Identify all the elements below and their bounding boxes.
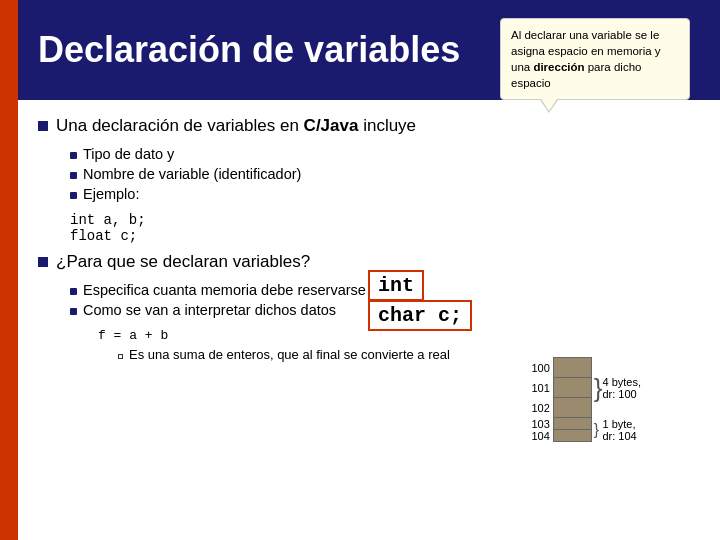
section1-heading: Una declaración de variables en C/Java i… [38, 116, 696, 136]
left-accent-bar [0, 0, 18, 540]
section1-bullet [38, 121, 48, 131]
section1-heading-bold: C/Java [304, 116, 359, 135]
list-item: Tipo de dato y [70, 146, 696, 162]
slide-title: Declaración de variables [38, 29, 460, 71]
section2-bullet [38, 257, 48, 267]
code-block: int a, b; float c; [70, 212, 146, 244]
section2-heading: ¿Para que se declaran variables? [38, 252, 696, 272]
sub-bullet-2 [70, 172, 77, 179]
item-text-1: Tipo de dato y [83, 146, 174, 162]
addr-104: 104 [531, 430, 553, 442]
mem-cell-100 [553, 358, 591, 378]
sub-bullet-s2-1 [70, 288, 77, 295]
list-item: Ejemplo: [70, 186, 696, 202]
s2-item-2: Como se van a interpretar dichos datos [83, 302, 336, 318]
addr-101: 101 [531, 378, 553, 398]
section1-heading-text: Una declaración de variables en C/Java i… [56, 116, 416, 136]
char-label-overlay: char c; [368, 300, 472, 331]
item-text-2: Nombre de variable (identificador) [83, 166, 301, 182]
addr-103: 103 [531, 418, 553, 430]
addr-100: 100 [531, 358, 553, 378]
code-and-memory-area: int a, b; float c; int char c; 100 [38, 212, 696, 244]
callout-bold-word: dirección [533, 61, 584, 73]
section2-heading-text: ¿Para que se declaran variables? [56, 252, 310, 272]
sub-bullet-3 [70, 192, 77, 199]
slide-content: Una declaración de variables en C/Java i… [18, 100, 720, 540]
bracket-1byte: } [591, 418, 602, 442]
annotation-4bytes: 4 bytes,dr: 100 [602, 358, 641, 418]
mem-cell-102 [553, 398, 591, 418]
mem-cell-101 [553, 378, 591, 398]
int-label-overlay: int [368, 270, 424, 301]
addr-102: 102 [531, 398, 553, 418]
mem-row-100: 100 } 4 bytes,dr: 100 [531, 358, 641, 378]
section1-sublist: Tipo de dato y Nombre de variable (ident… [70, 146, 696, 202]
sub-bullet-1 [70, 152, 77, 159]
code-area: int a, b; float c; [70, 212, 696, 244]
sub-sub-item-1: Es una suma de enteros, que al final se … [129, 347, 450, 362]
callout-box: Al declarar una variable se le asigna es… [500, 18, 690, 100]
section2: ¿Para que se declaran variables? Especif… [38, 252, 696, 362]
sub-bullet-s2-2 [70, 308, 77, 315]
slide: Declaración de variables Al declarar una… [0, 0, 720, 540]
bracket-4bytes: } [591, 358, 602, 418]
annotation-1byte: 1 byte,dr: 104 [602, 418, 641, 442]
mem-cell-103 [553, 418, 591, 430]
list-item: Nombre de variable (identificador) [70, 166, 696, 182]
tiny-bullet-1 [118, 354, 123, 359]
code-line-1: int a, b; [70, 212, 146, 228]
code-line-2: float c; [70, 228, 146, 244]
item-text-3: Ejemplo: [83, 186, 139, 202]
mem-row-103: 103 } 1 byte,dr: 104 [531, 418, 641, 430]
s2-item-1: Especifica cuanta memoria debe reservars… [83, 282, 377, 298]
mem-cell-104 [553, 430, 591, 442]
memory-table: 100 } 4 bytes,dr: 100 101 [531, 357, 641, 442]
memory-diagram: 100 } 4 bytes,dr: 100 101 [531, 357, 641, 442]
